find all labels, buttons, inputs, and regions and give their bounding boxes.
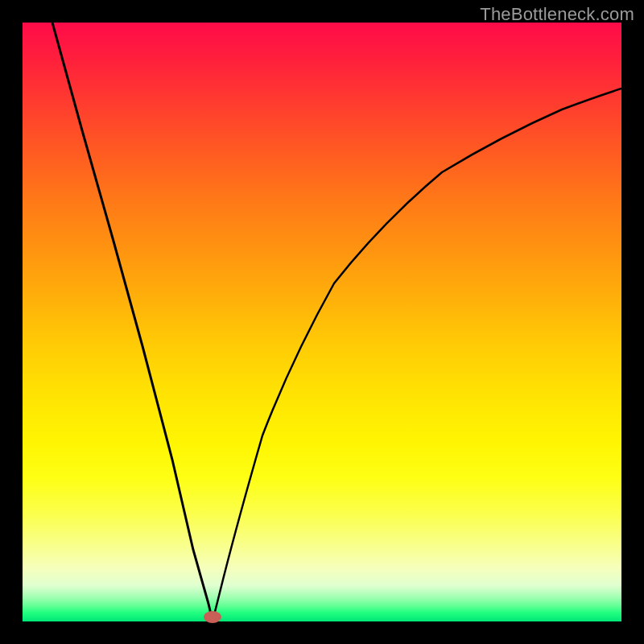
chart-frame: TheBottleneck.com bbox=[0, 0, 644, 644]
curve-right-branch bbox=[213, 89, 621, 621]
bottleneck-curve bbox=[23, 23, 621, 621]
minimum-marker bbox=[204, 611, 221, 623]
plot-area bbox=[23, 23, 621, 621]
watermark-text: TheBottleneck.com bbox=[480, 4, 634, 25]
curve-left-branch bbox=[52, 23, 213, 621]
